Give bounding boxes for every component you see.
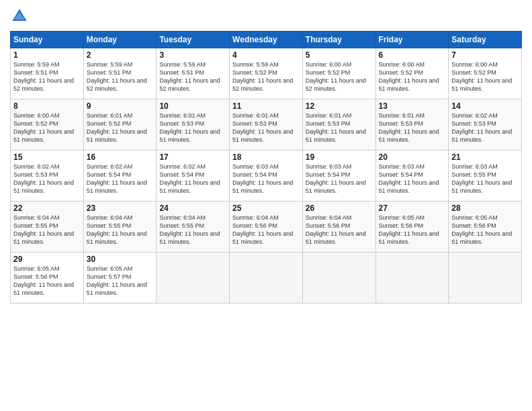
calendar-day-13: 13Sunrise: 6:01 AMSunset: 5:53 PMDayligh… (375, 99, 449, 150)
calendar-day-9: 9Sunrise: 6:01 AMSunset: 5:52 PMDaylight… (83, 99, 157, 150)
calendar-day-18: 18Sunrise: 6:03 AMSunset: 5:54 PMDayligh… (230, 150, 303, 201)
calendar-day-5: 5Sunrise: 6:00 AMSunset: 5:52 PMDaylight… (302, 48, 375, 99)
calendar-week-4: 29Sunrise: 6:05 AMSunset: 5:56 PMDayligh… (11, 253, 522, 304)
calendar-day-29: 29Sunrise: 6:05 AMSunset: 5:56 PMDayligh… (11, 253, 84, 304)
calendar-empty-cell (157, 253, 230, 304)
calendar-week-1: 8Sunrise: 6:00 AMSunset: 5:52 PMDaylight… (11, 99, 522, 150)
calendar-day-14: 14Sunrise: 6:02 AMSunset: 5:53 PMDayligh… (449, 99, 522, 150)
calendar-header-wednesday: Wednesday (230, 32, 303, 48)
calendar-header-friday: Friday (375, 32, 449, 48)
calendar-week-3: 22Sunrise: 6:04 AMSunset: 5:55 PMDayligh… (11, 201, 522, 253)
calendar-day-26: 26Sunrise: 6:04 AMSunset: 5:56 PMDayligh… (302, 201, 375, 253)
calendar-day-3: 3Sunrise: 5:59 AMSunset: 5:51 PMDaylight… (157, 48, 230, 99)
calendar-empty-cell (302, 253, 375, 304)
calendar-day-16: 16Sunrise: 6:02 AMSunset: 5:54 PMDayligh… (83, 150, 157, 201)
calendar-header-monday: Monday (83, 32, 157, 48)
calendar-day-25: 25Sunrise: 6:04 AMSunset: 5:56 PMDayligh… (230, 201, 303, 253)
header (10, 7, 522, 26)
calendar-day-12: 12Sunrise: 6:01 AMSunset: 5:53 PMDayligh… (302, 99, 375, 150)
calendar-day-4: 4Sunrise: 5:59 AMSunset: 5:52 PMDaylight… (230, 48, 303, 99)
logo (10, 7, 32, 26)
calendar-header-row: SundayMondayTuesdayWednesdayThursdayFrid… (11, 32, 522, 48)
calendar-day-6: 6Sunrise: 6:00 AMSunset: 5:52 PMDaylight… (375, 48, 449, 99)
calendar-day-19: 19Sunrise: 6:03 AMSunset: 5:54 PMDayligh… (302, 150, 375, 201)
calendar-day-27: 27Sunrise: 6:05 AMSunset: 5:56 PMDayligh… (375, 201, 449, 253)
calendar-day-8: 8Sunrise: 6:00 AMSunset: 5:52 PMDaylight… (11, 99, 84, 150)
calendar-day-2: 2Sunrise: 5:59 AMSunset: 5:51 PMDaylight… (83, 48, 157, 99)
calendar-day-28: 28Sunrise: 6:05 AMSunset: 5:56 PMDayligh… (449, 201, 522, 253)
calendar-header-tuesday: Tuesday (157, 32, 230, 48)
calendar-header-saturday: Saturday (449, 32, 522, 48)
calendar-empty-cell (449, 253, 522, 304)
calendar-day-24: 24Sunrise: 6:04 AMSunset: 5:55 PMDayligh… (157, 201, 230, 253)
calendar-day-30: 30Sunrise: 6:05 AMSunset: 5:57 PMDayligh… (83, 253, 157, 304)
calendar-empty-cell (375, 253, 449, 304)
calendar-header-thursday: Thursday (302, 32, 375, 48)
calendar-day-23: 23Sunrise: 6:04 AMSunset: 5:55 PMDayligh… (83, 201, 157, 253)
calendar-day-21: 21Sunrise: 6:03 AMSunset: 5:55 PMDayligh… (449, 150, 522, 201)
calendar-day-20: 20Sunrise: 6:03 AMSunset: 5:54 PMDayligh… (375, 150, 449, 201)
page: SundayMondayTuesdayWednesdayThursdayFrid… (0, 0, 532, 411)
calendar-day-17: 17Sunrise: 6:02 AMSunset: 5:54 PMDayligh… (157, 150, 230, 201)
calendar-empty-cell (230, 253, 303, 304)
logo-icon (10, 7, 29, 26)
calendar-day-22: 22Sunrise: 6:04 AMSunset: 5:55 PMDayligh… (11, 201, 84, 253)
calendar-day-15: 15Sunrise: 6:02 AMSunset: 5:53 PMDayligh… (11, 150, 84, 201)
calendar-week-0: 1Sunrise: 5:59 AMSunset: 5:51 PMDaylight… (11, 48, 522, 99)
calendar-day-11: 11Sunrise: 6:01 AMSunset: 5:53 PMDayligh… (230, 99, 303, 150)
calendar-table: SundayMondayTuesdayWednesdayThursdayFrid… (10, 31, 522, 304)
calendar-day-1: 1Sunrise: 5:59 AMSunset: 5:51 PMDaylight… (11, 48, 84, 99)
calendar-day-7: 7Sunrise: 6:00 AMSunset: 5:52 PMDaylight… (449, 48, 522, 99)
calendar-week-2: 15Sunrise: 6:02 AMSunset: 5:53 PMDayligh… (11, 150, 522, 201)
calendar-day-10: 10Sunrise: 6:01 AMSunset: 5:53 PMDayligh… (157, 99, 230, 150)
calendar-header-sunday: Sunday (11, 32, 84, 48)
